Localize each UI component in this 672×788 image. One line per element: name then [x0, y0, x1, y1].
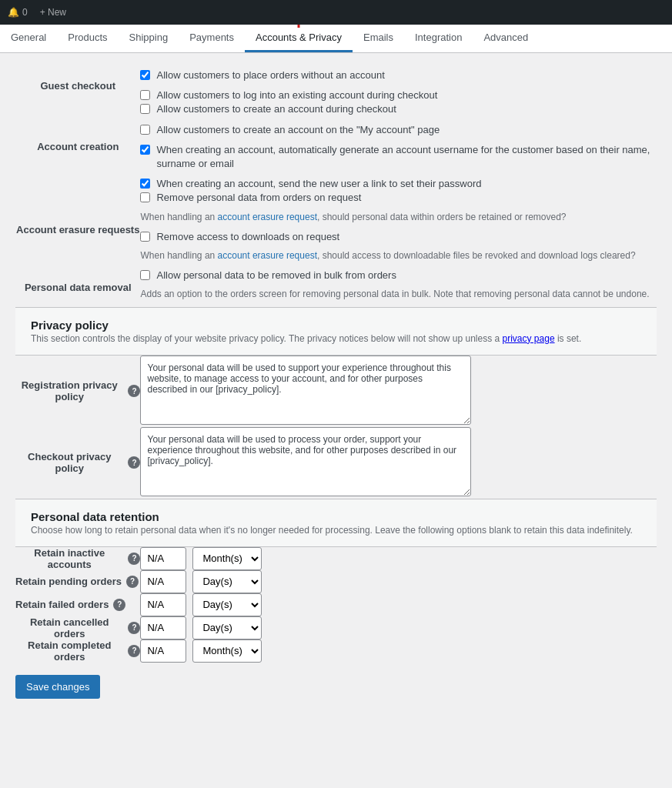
retain-completed-label: Retain completed orders ? [15, 639, 140, 663]
retain-inactive-label: Retain inactive accounts ? [15, 547, 140, 570]
retain-inactive-field: Month(s) Day(s) Week(s) Year(s) [140, 547, 657, 570]
retain-pending-label: Retain pending orders ? [15, 570, 140, 593]
retain-completed-field: Month(s) Day(s) Week(s) Year(s) [140, 639, 657, 663]
save-button[interactable]: Save changes [15, 675, 100, 699]
account-erasure-hint1: When handling an account erasure request… [140, 212, 657, 222]
checkout-privacy-label: Checkout privacy policy ? [15, 427, 140, 499]
account-erasure-hint2: When handling an account erasure request… [140, 250, 657, 261]
registration-privacy-help-icon[interactable]: ? [128, 385, 140, 397]
retain-inactive-input[interactable] [140, 547, 186, 570]
top-bar: 🔔 0 + New [0, 0, 672, 25]
retain-pending-select[interactable]: Day(s) Month(s) Week(s) Year(s) [192, 570, 262, 593]
guest-checkout-option1: Allow customers to place orders without … [140, 68, 657, 82]
account-creation-checkbox1[interactable] [140, 104, 150, 114]
guest-checkout-option2: Allow customers to log into an existing … [140, 88, 657, 102]
account-erasure-option1: Remove personal data from orders on requ… [140, 191, 657, 205]
tab-advanced[interactable]: Advanced [473, 25, 539, 52]
account-creation-checkbox2[interactable] [140, 125, 150, 135]
account-erasure-link1[interactable]: account erasure request [218, 212, 317, 222]
retain-completed-help-icon[interactable]: ? [128, 645, 140, 657]
privacy-page-link[interactable]: privacy page [503, 333, 555, 344]
retain-inactive-help-icon[interactable]: ? [128, 553, 140, 565]
retain-failed-label: Retain failed orders ? [15, 593, 140, 616]
account-erasure-label2: Remove access to downloads on request [156, 230, 339, 244]
account-erasure-checkbox1[interactable] [140, 192, 150, 202]
guest-checkout-label2: Allow customers to log into an existing … [156, 88, 437, 102]
retain-cancelled-help-icon[interactable]: ? [128, 622, 140, 634]
main-content: Guest checkout Allow customers to place … [0, 53, 672, 714]
tab-products[interactable]: Products [57, 25, 118, 52]
account-creation-label2: Allow customers to create an account on … [156, 123, 440, 137]
tab-general[interactable]: General [0, 25, 57, 52]
account-creation-checkbox3[interactable] [140, 145, 150, 155]
account-creation-option2: Allow customers to create an account on … [140, 123, 657, 137]
account-creation-option1: Allow customers to create an account dur… [140, 102, 657, 116]
retain-failed-help-icon[interactable]: ? [113, 599, 125, 611]
personal-data-removal-label1: Allow personal data to be removed in bul… [156, 269, 396, 282]
account-erasure-link2[interactable]: account erasure request [218, 250, 317, 261]
personal-data-removal-checkbox1[interactable] [140, 270, 150, 280]
account-erasure-label: Account erasure requests [15, 191, 140, 268]
checkout-privacy-textarea[interactable]: Your personal data will be used to proce… [140, 427, 471, 496]
account-creation-option4: When creating an account, send the new u… [140, 177, 657, 191]
account-creation-option3: When creating an account, automatically … [140, 143, 657, 171]
retain-pending-input[interactable] [140, 570, 186, 593]
retain-cancelled-label: Retain cancelled orders ? [15, 616, 140, 639]
retain-completed-select[interactable]: Month(s) Day(s) Week(s) Year(s) [192, 639, 262, 663]
retain-failed-row: Retain failed orders ? Day(s) Month(s) W… [15, 593, 657, 616]
account-creation-row: Account creation Allow customers to crea… [15, 102, 657, 191]
account-erasure-options: Remove personal data from orders on requ… [140, 191, 657, 268]
retain-pending-help-icon[interactable]: ? [126, 576, 139, 588]
privacy-policy-desc: This section controls the display of you… [31, 333, 641, 344]
active-tab-indicator [297, 25, 299, 28]
retain-cancelled-input[interactable] [140, 616, 186, 639]
guest-checkout-checkbox1[interactable] [140, 70, 150, 80]
retain-completed-input[interactable] [140, 639, 186, 663]
registration-privacy-row: Registration privacy policy ? Your perso… [15, 356, 657, 427]
retain-pending-row: Retain pending orders ? Day(s) Month(s) … [15, 570, 657, 593]
guest-checkout-row: Guest checkout Allow customers to place … [15, 68, 657, 102]
tab-emails[interactable]: Emails [353, 25, 404, 52]
retain-inactive-row: Retain inactive accounts ? Month(s) Day(… [15, 547, 657, 570]
new-button[interactable]: + New [40, 7, 66, 18]
notification-count[interactable]: 🔔 0 [8, 7, 28, 18]
retain-completed-row: Retain completed orders ? Month(s) Day(s… [15, 639, 657, 663]
guest-checkout-label: Guest checkout [15, 68, 140, 102]
retain-failed-field: Day(s) Month(s) Week(s) Year(s) [140, 593, 657, 616]
registration-privacy-field: Your personal data will be used to suppo… [140, 356, 657, 427]
tab-shipping[interactable]: Shipping [119, 25, 179, 52]
checkout-privacy-help-icon[interactable]: ? [128, 456, 140, 469]
privacy-policy-section-row: Privacy policy This section controls the… [15, 307, 657, 356]
personal-data-removal-row: Personal data removal Allow personal dat… [15, 269, 657, 307]
account-creation-label3: When creating an account, automatically … [156, 143, 657, 171]
bell-icon: 🔔 [8, 7, 19, 18]
retain-cancelled-field: Day(s) Month(s) Week(s) Year(s) [140, 616, 657, 639]
account-erasure-checkbox2[interactable] [140, 232, 150, 242]
guest-checkout-checkbox2[interactable] [140, 90, 150, 100]
data-retention-desc: Choose how long to retain personal data … [31, 525, 641, 536]
account-creation-label4: When creating an account, send the new u… [156, 177, 481, 191]
settings-table: Guest checkout Allow customers to place … [15, 68, 657, 663]
registration-privacy-textarea[interactable]: Your personal data will be used to suppo… [140, 356, 471, 425]
account-creation-checkbox4[interactable] [140, 179, 150, 189]
retain-inactive-select[interactable]: Month(s) Day(s) Week(s) Year(s) [192, 547, 262, 570]
data-retention-section-row: Personal data retention Choose how long … [15, 499, 657, 547]
checkout-privacy-field: Your personal data will be used to proce… [140, 427, 657, 499]
retain-cancelled-select[interactable]: Day(s) Month(s) Week(s) Year(s) [192, 616, 262, 639]
guest-checkout-options: Allow customers to place orders without … [140, 68, 657, 102]
retain-failed-input[interactable] [140, 593, 186, 616]
data-retention-section-header: Personal data retention Choose how long … [15, 499, 657, 547]
personal-data-removal-option1: Allow personal data to be removed in bul… [140, 269, 657, 282]
tab-navigation: General Products Shipping Payments Accou… [0, 25, 672, 53]
tab-integration[interactable]: Integration [404, 25, 473, 52]
account-creation-options: Allow customers to create an account dur… [140, 102, 657, 191]
tab-payments[interactable]: Payments [179, 25, 245, 52]
personal-data-removal-hint: Adds an option to the orders screen for … [140, 289, 657, 299]
tab-accounts-privacy[interactable]: Accounts & Privacy [245, 25, 353, 52]
retain-failed-select[interactable]: Day(s) Month(s) Week(s) Year(s) [192, 593, 262, 616]
retain-cancelled-row: Retain cancelled orders ? Day(s) Month(s… [15, 616, 657, 639]
data-retention-title: Personal data retention [31, 510, 641, 523]
retain-pending-field: Day(s) Month(s) Week(s) Year(s) [140, 570, 657, 593]
account-erasure-option2: Remove access to downloads on request [140, 230, 657, 244]
personal-data-removal-label: Personal data removal [15, 269, 140, 307]
